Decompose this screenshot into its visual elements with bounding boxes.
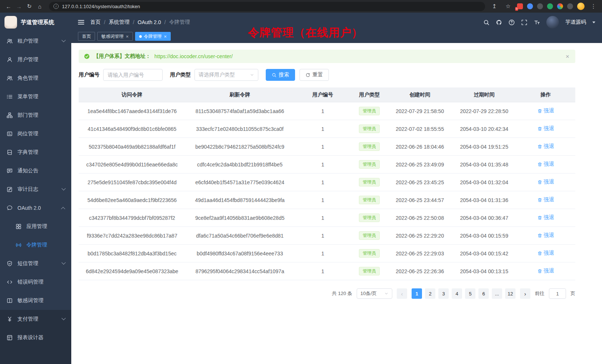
sidebar-item-dept[interactable]: 部门管理 (0, 106, 71, 125)
extension-colorful-icon[interactable] (557, 3, 563, 9)
table-header-row: 访问令牌刷新令牌用户编号用户类型创建时间过期时间操作 (79, 87, 575, 102)
sidebar-item-role[interactable]: 角色管理 (0, 69, 71, 87)
sidebar-item-oauth2-app[interactable]: 应用管理 (0, 217, 71, 236)
extension-green-icon[interactable] (547, 3, 553, 9)
url-text: 127.0.0.1:1024/system/oauth2/token (62, 4, 140, 9)
close-icon[interactable]: × (164, 34, 167, 39)
site-info-icon[interactable]: i (53, 4, 59, 9)
sidebar-item-oauth2[interactable]: OAuth 2.0 (0, 199, 71, 217)
book-icon (7, 149, 13, 155)
chevron-down-icon[interactable] (592, 21, 595, 23)
home-icon[interactable]: ⌂ (35, 1, 45, 11)
user-id-input[interactable] (103, 69, 163, 81)
page-content: 【用户体系】文档地址： https://doc.iocoder.cn/user-… (71, 43, 602, 364)
sidebar-item-dict[interactable]: 字典管理 (0, 143, 71, 162)
page-size-select[interactable]: 10条/页 (357, 288, 392, 299)
reload-icon[interactable]: ↻ (24, 1, 34, 11)
force-logout-button[interactable]: 强退 (537, 232, 554, 239)
sidebar-item-label: 报表设计器 (17, 334, 43, 341)
breadcrumb: 首页/系统管理/OAuth 2.0/令牌管理 (90, 19, 190, 26)
tab-token[interactable]: 令牌管理× (135, 32, 171, 41)
sidebar-item-pay[interactable]: 支付管理 (0, 310, 71, 328)
bookmark-star-icon[interactable]: ☆ (503, 1, 513, 11)
search-button-label: 搜索 (279, 72, 289, 78)
sidebar-item-user[interactable]: 用户管理 (0, 50, 71, 69)
page-button-1[interactable]: 1 (412, 288, 422, 299)
reset-button[interactable]: 重置 (300, 69, 329, 81)
page-unit-label: 页 (570, 290, 575, 297)
user-type-select[interactable]: 请选择用户类型 (194, 69, 258, 81)
page-button-12[interactable]: 12 (505, 288, 516, 299)
search-icon[interactable] (483, 19, 490, 26)
force-logout-button[interactable]: 强退 (537, 143, 554, 150)
breadcrumb-separator: / (133, 19, 134, 25)
table-row: f9336e7c7dd242a283ee98dc86b17a87dfa6c71a… (79, 227, 575, 245)
extension-red-icon[interactable]: 0 (517, 3, 523, 9)
table-row: c342377bf8b344799dcbf7bf095287f29ce8ef2a… (79, 209, 575, 227)
sidebar-item-sms[interactable]: 短信管理 (0, 254, 71, 273)
columns-icon (7, 298, 13, 304)
font-size-icon[interactable] (534, 19, 540, 26)
prev-page-button[interactable]: ‹ (397, 288, 407, 299)
page-button-4[interactable]: 4 (452, 288, 462, 299)
breadcrumb-item[interactable]: 首页 (90, 19, 101, 26)
close-icon[interactable]: × (126, 34, 129, 39)
page-size-value: 10条/页 (360, 290, 377, 297)
force-logout-button[interactable]: 强退 (537, 161, 554, 168)
next-page-button[interactable]: › (520, 288, 530, 299)
sidebar-item-audit-log[interactable]: 审计日志 (0, 180, 71, 199)
sidebar-item-report-designer[interactable]: 报表设计器 (0, 328, 71, 347)
tab-sensitive-word[interactable]: 敏感词管理× (97, 32, 133, 41)
menu-collapse-icon[interactable] (78, 20, 84, 24)
profile-avatar[interactable] (577, 3, 585, 10)
extension-dark-icon[interactable] (537, 3, 543, 9)
search-button[interactable]: 搜索 (266, 69, 295, 81)
force-logout-button[interactable]: 强退 (537, 214, 554, 221)
sidebar-item-tenant[interactable]: 租户管理 (0, 32, 71, 50)
help-icon[interactable] (508, 19, 515, 26)
sidebar-item-error-code[interactable]: 错误码管理 (0, 273, 71, 291)
page-button-3[interactable]: 3 (438, 288, 449, 299)
force-logout-button[interactable]: 强退 (537, 107, 554, 114)
force-logout-button[interactable]: 强退 (537, 250, 554, 257)
sidebar-item-sensitive-word[interactable]: 敏感词管理 (0, 291, 71, 310)
force-logout-label: 强退 (544, 268, 554, 274)
goto-page-input[interactable] (549, 288, 566, 299)
topbar: 首页/系统管理/OAuth 2.0/令牌管理 芋道源码 (71, 13, 602, 32)
pagination-ellipsis[interactable]: ... (492, 288, 502, 299)
forward-icon[interactable]: → (14, 1, 24, 11)
force-logout-button[interactable]: 强退 (537, 179, 554, 185)
extensions-puzzle-icon[interactable] (567, 3, 573, 9)
app-logo-row[interactable]: 芋道管理系统 (0, 13, 71, 32)
force-logout-button[interactable]: 强退 (537, 268, 554, 274)
page-button-6[interactable]: 6 (478, 288, 489, 299)
signal-icon (16, 242, 22, 248)
doc-link[interactable]: https://doc.iocoder.cn/user-center/ (154, 53, 233, 59)
extension-blue-icon[interactable] (527, 3, 533, 9)
force-logout-button[interactable]: 强退 (537, 196, 554, 203)
sidebar-item-menu[interactable]: 菜单管理 (0, 87, 71, 106)
cell-actions: 强退 (516, 161, 575, 168)
sidebar-item-post[interactable]: 岗位管理 (0, 125, 71, 143)
sidebar-item-notice[interactable]: 通知公告 (0, 162, 71, 180)
fullscreen-icon[interactable] (521, 19, 527, 26)
share-icon[interactable]: ↥ (490, 1, 499, 11)
breadcrumb-item[interactable]: 令牌管理 (169, 19, 190, 26)
table-row: 54d6be82ee5a460a9aedc1f9bf22365649d1aa46… (79, 191, 575, 209)
force-logout-label: 强退 (544, 232, 554, 239)
page-button-2[interactable]: 2 (425, 288, 435, 299)
user-type-label: 用户类型 (170, 72, 191, 78)
force-logout-button[interactable]: 强退 (537, 125, 554, 132)
sidebar-item-oauth2-token[interactable]: 令牌管理 (0, 236, 71, 254)
alert-close-icon[interactable]: × (566, 53, 569, 60)
user-type-tag: 管理员 (359, 249, 380, 258)
address-bar[interactable]: i 127.0.0.1:1024/system/oauth2/token (49, 2, 485, 11)
back-icon[interactable]: ← (4, 1, 13, 11)
breadcrumb-item[interactable]: 系统管理 (109, 19, 130, 26)
breadcrumb-item[interactable]: OAuth 2.0 (138, 19, 161, 25)
github-icon[interactable] (496, 19, 502, 26)
page-button-5[interactable]: 5 (465, 288, 475, 299)
tab-home[interactable]: 首页 (78, 32, 95, 41)
user-avatar[interactable] (546, 16, 559, 29)
menu-dots-icon[interactable]: ⋮ (589, 1, 598, 11)
